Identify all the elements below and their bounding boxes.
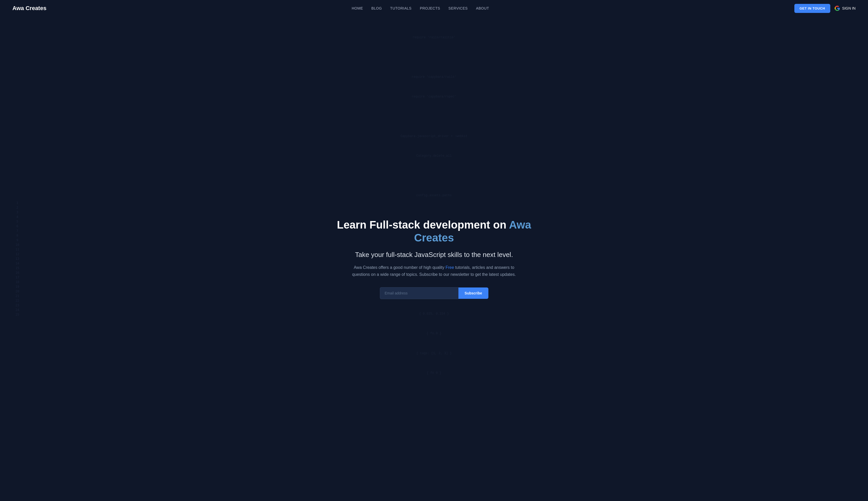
sign-in-button[interactable]: SIGN IN xyxy=(834,6,856,11)
subscribe-button[interactable]: Subscribe xyxy=(458,287,488,299)
get-in-touch-button[interactable]: GET IN TOUCH xyxy=(794,4,830,13)
email-form: Subscribe xyxy=(380,287,488,299)
hero-description: Awa Creates offers a good number of high… xyxy=(346,264,522,278)
nav-projects[interactable]: PROJECTS xyxy=(420,6,440,10)
nav-blog[interactable]: BLOG xyxy=(371,6,382,10)
hero-title-prefix: Learn Full-stack development on xyxy=(337,219,509,231)
google-icon xyxy=(834,6,840,11)
nav-links: HOME BLOG TUTORIALS PROJECTS SERVICES AB… xyxy=(352,6,489,11)
nav-tutorials[interactable]: TUTORIALS xyxy=(390,6,412,10)
line-numbers: 12345 678910 1112131415 1617181920 21222… xyxy=(15,17,19,501)
hero-section: require 'rails/railtie' require 'capybar… xyxy=(0,17,868,501)
sign-in-label: SIGN IN xyxy=(842,6,856,10)
site-logo[interactable]: Awa Creates xyxy=(12,5,46,12)
hero-title: Learn Full-stack development on Awa Crea… xyxy=(331,218,538,245)
hero-subtitle: Take your full-stack JavaScript skills t… xyxy=(331,251,538,259)
nav-home[interactable]: HOME xyxy=(352,6,363,10)
email-input[interactable] xyxy=(380,287,458,299)
navbar: Awa Creates HOME BLOG TUTORIALS PROJECTS… xyxy=(0,0,868,17)
hero-content: Learn Full-stack development on Awa Crea… xyxy=(331,218,538,299)
nav-right: GET IN TOUCH SIGN IN xyxy=(794,4,856,13)
nav-services[interactable]: SERVICES xyxy=(448,6,468,10)
nav-about[interactable]: ABOUT xyxy=(476,6,489,10)
free-link[interactable]: Free xyxy=(445,265,454,270)
hero-desc-before: Awa Creates offers a good number of high… xyxy=(354,265,445,270)
